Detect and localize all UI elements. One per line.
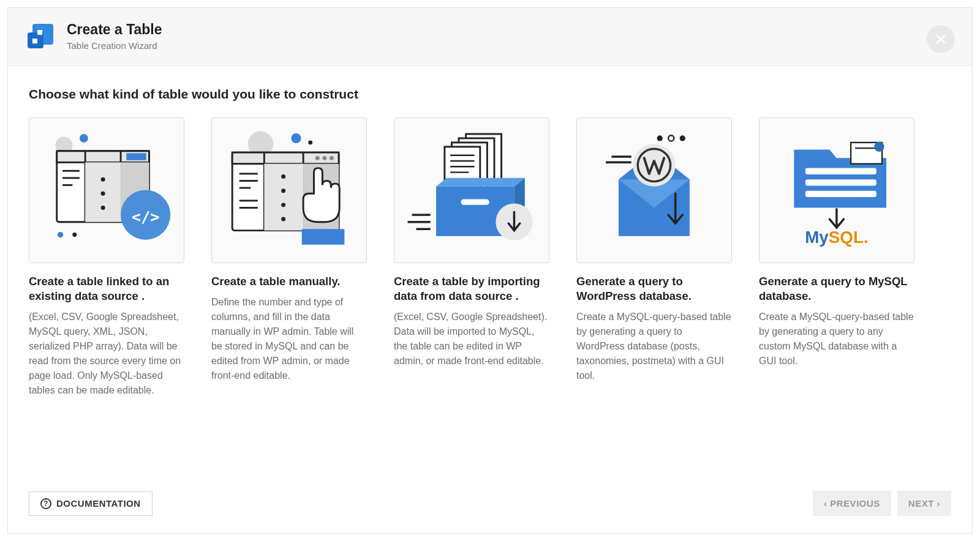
- close-icon: [936, 34, 946, 44]
- svg-point-17: [101, 192, 105, 196]
- next-label: NEXT: [908, 498, 934, 509]
- header-text: Create a Table Table Creation Wizard: [67, 21, 162, 51]
- option-card-manual: Create a table manually. Define the numb…: [211, 118, 367, 398]
- wordpress-query-icon: [583, 130, 725, 250]
- option-card-linked-source-image[interactable]: </>: [29, 118, 184, 263]
- previous-button[interactable]: ‹ PREVIOUS: [813, 491, 891, 516]
- chevron-left-icon: ‹: [824, 498, 830, 509]
- option-title: Create a table manually.: [211, 274, 367, 289]
- option-card-import-image[interactable]: [394, 118, 549, 263]
- option-card-wordpress-query: Generate a query to WordPress database. …: [576, 118, 732, 398]
- svg-point-21: [58, 232, 63, 237]
- option-title: Generate a query to MySQL database.: [759, 274, 914, 304]
- option-desc: Create a MySQL-query-based table by gene…: [759, 310, 914, 368]
- svg-point-28: [315, 156, 320, 160]
- svg-point-59: [668, 136, 674, 141]
- linked-source-icon: </>: [36, 130, 178, 250]
- chevron-right-icon: ›: [934, 498, 940, 509]
- svg-rect-3: [32, 39, 37, 43]
- svg-point-40: [281, 174, 285, 179]
- svg-rect-53: [461, 200, 489, 205]
- wizard-header: Create a Table Table Creation Wizard: [8, 8, 972, 66]
- svg-point-43: [281, 217, 285, 222]
- option-title: Generate a query to WordPress database.: [576, 274, 732, 304]
- next-button[interactable]: NEXT ›: [897, 491, 951, 516]
- import-data-icon: [401, 130, 543, 250]
- svg-rect-44: [302, 229, 345, 245]
- wizard-title: Create a Table: [67, 21, 162, 38]
- svg-text:MySQL.: MySQL.: [805, 228, 869, 247]
- close-button[interactable]: [927, 25, 955, 53]
- option-title: Create a table linked to an existing dat…: [29, 274, 184, 304]
- wizard-footer: ? DOCUMENTATION ‹ PREVIOUS NEXT ›: [8, 477, 972, 533]
- svg-point-30: [330, 156, 334, 160]
- wizard-body: Choose what kind of table would you like…: [8, 66, 972, 477]
- svg-point-58: [657, 136, 663, 141]
- svg-rect-68: [805, 168, 876, 174]
- svg-point-41: [281, 189, 285, 193]
- svg-rect-2: [37, 30, 42, 35]
- documentation-label: DOCUMENTATION: [56, 498, 141, 509]
- documentation-button[interactable]: ? DOCUMENTATION: [29, 491, 153, 516]
- option-card-linked-source: </> Create a table linked to an existing…: [29, 118, 184, 398]
- svg-text:</>: </>: [132, 207, 160, 226]
- previous-label: PREVIOUS: [830, 498, 880, 509]
- svg-point-63: [633, 144, 676, 187]
- svg-point-67: [874, 142, 884, 152]
- svg-point-24: [291, 133, 301, 143]
- svg-rect-70: [805, 191, 876, 197]
- wizard-subtitle: Table Creation Wizard: [67, 40, 162, 51]
- option-desc: Create a MySQL-query-based table by gene…: [576, 310, 732, 383]
- option-desc: Define the number and type of columns, a…: [211, 295, 367, 383]
- svg-point-60: [680, 136, 685, 141]
- svg-point-29: [322, 156, 326, 160]
- svg-point-16: [101, 177, 105, 182]
- option-card-manual-image[interactable]: [211, 118, 367, 263]
- option-card-wordpress-query-image[interactable]: [576, 118, 732, 263]
- wizard-panel: Create a Table Table Creation Wizard Cho…: [7, 7, 973, 534]
- prompt-heading: Choose what kind of table would you like…: [29, 87, 951, 102]
- svg-rect-69: [805, 180, 876, 186]
- wizard-nav: ‹ PREVIOUS NEXT ›: [813, 491, 951, 516]
- option-desc: (Excel, CSV, Google Spreadsheet). Data w…: [394, 310, 549, 368]
- option-desc: (Excel, CSV, Google Spreadsheet, MySQL q…: [29, 310, 184, 398]
- svg-point-22: [72, 233, 77, 237]
- option-card-import: Create a table by importing data from da…: [394, 118, 549, 398]
- svg-point-42: [281, 203, 285, 207]
- option-title: Create a table by importing data from da…: [394, 274, 549, 304]
- manual-table-icon: [218, 130, 360, 250]
- option-card-mysql-query: MySQL. Generate a query to MySQL databas…: [759, 118, 914, 398]
- svg-point-25: [308, 141, 312, 145]
- app-logo-icon: [25, 21, 56, 52]
- svg-point-4: [80, 134, 88, 143]
- svg-rect-8: [126, 154, 146, 161]
- svg-point-18: [101, 206, 105, 210]
- option-cards: </> Create a table linked to an existing…: [29, 118, 951, 398]
- mysql-query-icon: MySQL.: [766, 130, 908, 250]
- help-icon: ?: [40, 498, 51, 509]
- option-card-mysql-query-image[interactable]: MySQL.: [759, 118, 914, 263]
